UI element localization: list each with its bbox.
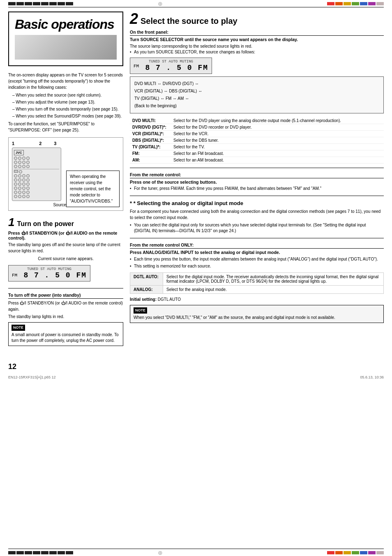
page-title: Basic operations: [15, 17, 117, 32]
device-row-6: [14, 178, 59, 182]
d4-1: [14, 170, 18, 173]
standby-text: The standby lamp lights in red.: [8, 314, 123, 320]
d9-3: [22, 191, 25, 194]
remote-only-header: From the remote control ONLY:: [130, 242, 384, 249]
d10-4: [26, 195, 30, 198]
flow-line-2: VCR (DIGITAL) ↔ DBS (DIGITAL) ↔: [134, 88, 379, 95]
source-desc-6: Select for an AM broadcast.: [171, 157, 384, 164]
d7-1: [14, 182, 17, 186]
bottom-bar-left: [8, 551, 73, 554]
step1-note-label: NOTE: [12, 325, 25, 331]
remote-instruction: Press one of the source selecting button…: [130, 180, 384, 185]
intro-paragraph: The on-screen display appears on the TV …: [8, 72, 123, 90]
turn-off-header: To turn off the power (into standby): [8, 293, 123, 299]
page-number: 12: [8, 362, 384, 371]
d3-2: [18, 165, 21, 168]
step1-note-text: A small amount of power is consumed in s…: [12, 332, 120, 344]
d5-1: [14, 174, 17, 178]
remote-callout-text: When operating the receiver using the re…: [70, 174, 113, 203]
step2-display-top: TUNED ST AUTO MUTING: [134, 60, 208, 64]
remote-bullets: For the tuner, press FM/AM. Each time yo…: [130, 186, 384, 191]
step2-header: 2 Select the source to play: [130, 12, 384, 26]
intro-text: The on-screen display appears on the TV …: [8, 72, 123, 133]
step2-title: Select the source to play: [141, 16, 238, 26]
left-column: Basic operations The on-screen display a…: [8, 12, 123, 352]
divider-turn-off: [8, 288, 123, 288]
source-lamp-text: The source lamp corresponding to the sel…: [130, 43, 384, 49]
source-desc-0: Select for the DVD player using the anal…: [171, 118, 384, 124]
device-row-4: [14, 170, 59, 173]
source-table-row-1: DVR/DVD (DGT)*:Select for the DVD record…: [130, 124, 384, 131]
as-you-turn-bullet: As you turn SOURCE SELECTOR, the source …: [130, 49, 384, 55]
d7-3: [22, 182, 25, 186]
device-row-10: [14, 195, 59, 198]
bottom-border: ⊕: [8, 549, 384, 556]
source-table-body: DVD MULTI:Select for the DVD player usin…: [130, 118, 384, 164]
step2-note-box: NOTE When you select "DVD MULTI," "FM," …: [130, 305, 384, 323]
device-mid-section: [14, 169, 59, 178]
remote-bullet: For the tuner, press FM/AM. Each time yo…: [130, 186, 384, 191]
bottom-bar-right: [327, 551, 384, 554]
divider-remote: [130, 168, 384, 168]
d2-2: [18, 161, 21, 164]
source-desc-1: Select for the DVD recorder or DVD playe…: [171, 124, 384, 131]
step1-display-bottom: 8 7 . 5 0 FM: [23, 271, 87, 279]
source-label-0: DVD MULTI:: [130, 118, 171, 124]
dgtl-label-1: ANALOG:: [130, 286, 163, 294]
remote-header: From the remote control:: [130, 172, 384, 178]
intro-bullet-2: When you adjust the volume (see page 13)…: [12, 99, 123, 105]
initial-setting-value: DGTL AUTO: [158, 297, 181, 302]
display-wrapper: TUNED ST AUTO MUTING FM 8 7 . 5 0 FM: [8, 263, 123, 284]
step1-display-top: TUNED ST AUTO MUTING: [12, 267, 87, 271]
device-row-7: [14, 182, 59, 186]
source-label-6: AM:: [130, 157, 171, 164]
intro-bullet-3: When you turn off the sounds temporarily…: [12, 106, 123, 112]
d2-1: [14, 161, 17, 164]
device-row-9: [14, 191, 59, 194]
step2-note-label: NOTE: [134, 307, 147, 314]
d7-2: [18, 182, 21, 186]
diagram-num-3: 3: [54, 141, 56, 146]
d2-4: [26, 161, 30, 164]
d4-2: [19, 170, 22, 173]
main-content: Basic operations The on-screen display a…: [0, 7, 392, 360]
device-knob-3: [22, 157, 25, 160]
diagram-num-1: 1: [12, 141, 14, 146]
footer-right: 05.6.13, 10:36: [360, 375, 384, 379]
dgtl-table-row-1: ANALOG:Select for the analog input mode.: [130, 286, 384, 294]
d3-3: [22, 165, 25, 168]
display-row: FM 8 7 . 5 0 FM: [12, 271, 87, 279]
d2-3: [22, 161, 25, 164]
source-desc-3: Select for the DBS tuner.: [171, 137, 384, 144]
display-left-text: FM: [12, 273, 17, 278]
title-block: Basic operations: [8, 12, 123, 66]
step1-display: TUNED ST AUTO MUTING FM 8 7 . 5 0 FM: [8, 265, 90, 281]
source-table-row-5: FM:Select for an FM broadcast.: [130, 150, 384, 157]
diagram-inner: 1 2 3 JVC: [12, 141, 120, 207]
initial-setting-label: Initial setting:: [130, 297, 157, 302]
source-desc-5: Select for an FM broadcast.: [171, 150, 384, 157]
source-table-row-3: DBS (DIGITAL)*:Select for the DBS tuner.: [130, 137, 384, 144]
dgtl-desc-1: Select for the analog input mode.: [163, 286, 384, 294]
d10-3: [22, 195, 25, 198]
device-diagram: 1 2 3 JVC: [8, 137, 123, 211]
dgtl-table-row-0: DGTL AUTO:Select for the digital input m…: [130, 273, 384, 286]
flow-line-3: TV (DIGITAL) ↔ FM ↔ AM ↔: [134, 95, 379, 102]
step1-body1: The standby lamp goes off and the source…: [8, 242, 123, 254]
step1-sub-header: Press ⏻/I STANDBY/ON (or ⏻/I AUDIO on th…: [8, 231, 123, 240]
top-border: ⊕: [8, 0, 384, 7]
main-unit: JVC: [12, 148, 61, 201]
d9-1: [14, 191, 17, 194]
d8-1: [14, 187, 17, 190]
flow-line-4: (Back to the beginning): [134, 102, 379, 110]
intro-bullets: When you select the source (see right co…: [8, 92, 123, 119]
d7-4: [26, 182, 30, 186]
d9-2: [18, 191, 21, 194]
device-row-8: [14, 187, 59, 190]
top-bar-right: [327, 2, 384, 5]
device-left: 1 2 3 JVC: [12, 141, 120, 207]
compass-icon-bottom: ⊕: [158, 549, 163, 556]
selecting-bullet: You can select the digital input only fo…: [130, 222, 384, 234]
footer-left: EN12-15RXF31S[A]1.p65 12: [8, 375, 56, 379]
source-table-row-4: TV (DIGITAL)*:Select for the TV.: [130, 144, 384, 150]
